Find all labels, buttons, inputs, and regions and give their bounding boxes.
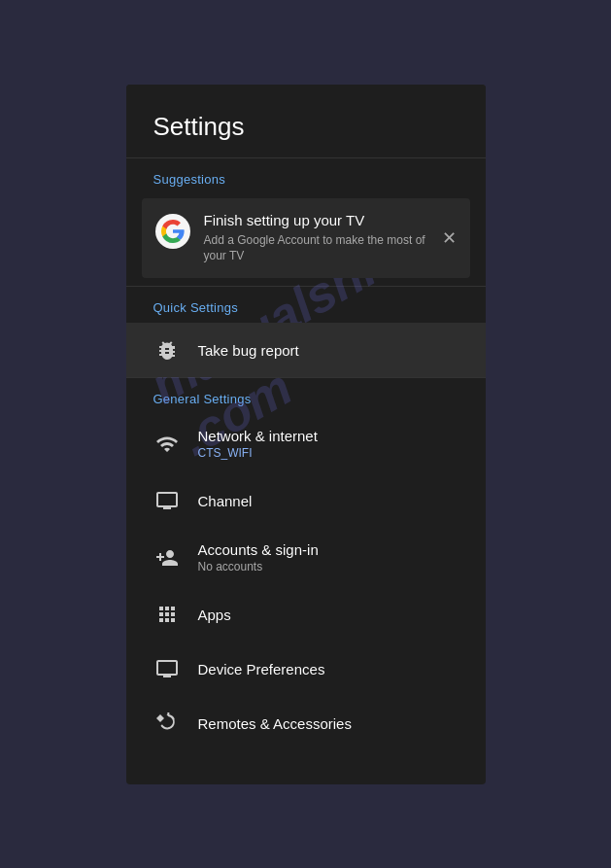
suggestion-title: Finish setting up your TV <box>204 212 426 228</box>
accounts-content: Accounts & sign-in No accounts <box>198 541 458 573</box>
network-sublabel: CTS_WIFI <box>198 446 458 460</box>
suggestions-label: Suggestions <box>126 158 486 194</box>
remotes-accessories-item[interactable]: Remotes & Accessories <box>126 696 486 750</box>
device-preferences-content: Device Preferences <box>198 661 458 677</box>
apps-item[interactable]: Apps <box>126 587 486 642</box>
account-icon <box>153 544 181 572</box>
panel-header: Settings <box>126 85 486 157</box>
remotes-label: Remotes & Accessories <box>198 715 458 732</box>
device-preferences-item[interactable]: Device Preferences <box>126 642 486 696</box>
bug-report-label: Take bug report <box>198 342 458 359</box>
quick-settings-label: Quick Settings <box>126 287 486 323</box>
wifi-icon <box>153 431 181 458</box>
apps-label: Apps <box>198 607 458 623</box>
remotes-content: Remotes & Accessories <box>198 715 458 732</box>
suggestion-close-button[interactable]: ✕ <box>440 226 458 251</box>
accounts-sublabel: No accounts <box>198 560 458 573</box>
apps-icon <box>153 601 181 628</box>
tv-icon <box>153 487 181 514</box>
take-bug-report-item[interactable]: Take bug report <box>126 323 486 377</box>
suggestion-text: Finish setting up your TV Add a Google A… <box>204 212 426 265</box>
network-internet-item[interactable]: Network & internet CTS_WIFI <box>126 414 486 473</box>
google-icon <box>155 214 190 249</box>
bug-report-content: Take bug report <box>198 342 458 359</box>
channel-content: Channel <box>198 493 458 509</box>
apps-content: Apps <box>198 607 458 623</box>
suggestion-subtitle: Add a Google Account to make the most of… <box>204 232 426 265</box>
bug-icon <box>153 336 181 364</box>
screen-wrapper: manualshive .com Settings Suggestions Fi… <box>0 0 611 868</box>
accounts-label: Accounts & sign-in <box>198 541 458 558</box>
channel-label: Channel <box>198 493 458 509</box>
channel-item[interactable]: Channel <box>126 473 486 528</box>
accounts-signin-item[interactable]: Accounts & sign-in No accounts <box>126 528 486 587</box>
settings-panel: manualshive .com Settings Suggestions Fi… <box>126 85 486 784</box>
suggestion-card[interactable]: Finish setting up your TV Add a Google A… <box>142 198 470 279</box>
remote-icon <box>153 710 181 737</box>
general-settings-label: General Settings <box>126 378 486 414</box>
device-preferences-label: Device Preferences <box>198 661 458 677</box>
device-icon <box>153 655 181 682</box>
page-title: Settings <box>153 112 458 142</box>
network-label: Network & internet <box>198 428 458 444</box>
network-content: Network & internet CTS_WIFI <box>198 428 458 460</box>
